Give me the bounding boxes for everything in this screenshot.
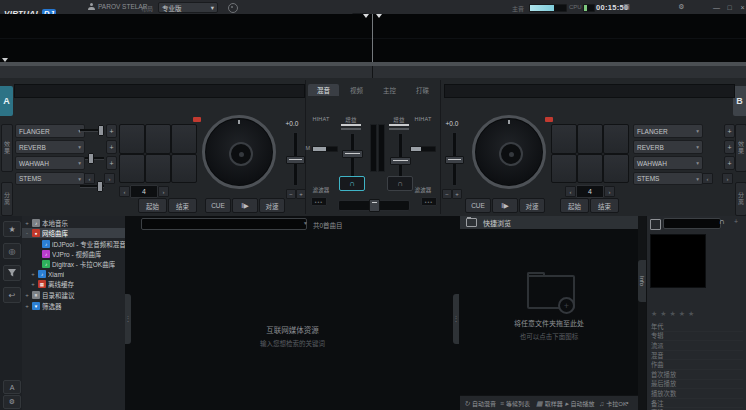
loop-out-button[interactable]: 结束 <box>168 198 197 213</box>
play-pause-button[interactable]: ‖▶ <box>492 198 518 213</box>
deck-a-stems-side-tab[interactable]: 分离 <box>1 182 13 216</box>
fx-add-button[interactable]: + <box>724 140 735 154</box>
tree-item-vjpro[interactable]: ♪ VJPro - 视频曲库 <box>22 249 125 259</box>
pitch-bend-plus-button[interactable]: + <box>452 189 462 199</box>
master-volume-meter[interactable] <box>529 4 567 12</box>
performance-pad[interactable] <box>577 124 603 154</box>
star-rating[interactable]: ★★★★★ <box>651 310 697 318</box>
more-options-icon[interactable]: • <box>626 399 630 406</box>
add-icon[interactable]: + <box>734 218 738 225</box>
mixer-tab-master[interactable]: 主控 <box>374 84 405 96</box>
fx-select[interactable]: REVERB▾ <box>15 140 85 154</box>
channel-2-fader-handle[interactable] <box>390 157 411 165</box>
sidelist-button[interactable]: ≡等候列表 <box>500 399 530 408</box>
fx-drywet-slider[interactable] <box>80 124 104 136</box>
deck-b-stems-side-tab[interactable]: 分离 <box>735 182 746 216</box>
performance-pad[interactable] <box>171 124 197 154</box>
fx-add-button[interactable]: + <box>106 124 117 138</box>
favorites-star-icon[interactable]: ★ <box>3 221 21 237</box>
sync-button[interactable]: 对速 <box>519 198 545 213</box>
deck-a-jog-wheel[interactable] <box>202 115 276 189</box>
performance-pad[interactable] <box>145 124 171 154</box>
automix-button[interactable]: ↻自动混音 <box>464 399 496 408</box>
rhythm-waveform-display[interactable] <box>0 14 746 62</box>
deck-b-pitch-handle[interactable] <box>445 156 464 164</box>
gear-icon[interactable]: ⚙ <box>676 2 687 12</box>
deck-a-pitch-handle[interactable] <box>286 156 305 164</box>
tree-expander[interactable]: + <box>24 220 30 226</box>
stems-prev-button[interactable]: ‹ <box>702 173 713 184</box>
fx-add-button[interactable]: + <box>724 156 735 170</box>
stems-select[interactable]: STEMS▾ <box>15 172 85 185</box>
tree-item-xiami[interactable]: + ♪ Xiami <box>22 269 125 279</box>
loop-out-button[interactable]: 结束 <box>590 198 619 213</box>
user-account-button[interactable]: PAROV STELAR <box>88 3 147 10</box>
loop-half-button[interactable]: ‹ <box>119 186 130 197</box>
window-minimize-button[interactable]: — <box>711 2 722 12</box>
info-search-input[interactable] <box>663 218 721 229</box>
tree-expander[interactable]: + <box>30 271 36 277</box>
status-circle-icon[interactable] <box>228 3 238 13</box>
fx-select[interactable]: FLANGER▾ <box>633 124 703 138</box>
loop-double-button[interactable]: › <box>604 186 615 197</box>
tree-expander[interactable]: + <box>24 292 30 298</box>
tree-item-catalog[interactable]: + ≡ 目录和建议 <box>22 290 125 300</box>
mixer-tab-video[interactable]: 视频 <box>341 84 372 96</box>
performance-pad[interactable] <box>603 154 629 183</box>
fx-add-button[interactable]: + <box>106 156 117 170</box>
stems-prev-button[interactable]: ‹ <box>84 173 95 184</box>
tree-expander[interactable]: + <box>30 281 36 287</box>
filter-funnel-icon[interactable] <box>3 265 21 281</box>
performance-pad[interactable] <box>145 154 171 183</box>
performance-pad[interactable] <box>577 154 603 183</box>
tree-expander[interactable]: + <box>24 303 30 309</box>
pitch-bend-minus-button[interactable]: − <box>286 189 296 199</box>
cue-button[interactable]: CUE <box>205 198 231 213</box>
shortcut-drop-area[interactable]: + 将任意文件夹拖至此处 也可以点击下面图标 <box>460 229 638 395</box>
window-maximize-button[interactable]: □ <box>724 2 735 12</box>
fx-select[interactable]: WAHWAH▾ <box>15 156 85 170</box>
tree-item-idjpool[interactable]: ♪ iDJPool - 专业音频和混音 <box>22 239 125 249</box>
performance-pad[interactable] <box>171 154 197 183</box>
stems-select[interactable]: STEMS▾ <box>633 172 703 185</box>
loop-double-button[interactable]: › <box>158 186 169 197</box>
crossfader-handle[interactable] <box>369 199 380 212</box>
channel-2-volume-fader[interactable] <box>398 133 403 177</box>
panel-splitter-handle[interactable]: ⋮ <box>453 294 459 344</box>
performance-pad[interactable] <box>603 124 629 154</box>
mixer-tab-scratch[interactable]: 打碟 <box>407 84 438 96</box>
sync-button[interactable]: 对速 <box>259 198 285 213</box>
loop-length-display[interactable]: 4 <box>130 185 158 198</box>
panel-splitter-handle[interactable]: ⋮ <box>125 294 131 344</box>
tree-item-online-library[interactable]: - ● 网络曲库 <box>22 228 125 238</box>
search-input[interactable] <box>141 218 307 230</box>
loop-in-button[interactable]: 起始 <box>560 198 589 213</box>
window-close-button[interactable]: × <box>737 2 746 12</box>
tree-item-local-music[interactable]: + ♪ 本地音乐 <box>22 218 125 228</box>
fx-add-button[interactable]: + <box>106 140 117 154</box>
deck-b-fx-side-tab[interactable]: 效果 <box>735 124 746 172</box>
autoplay-button[interactable]: ▸自动播放 <box>565 399 595 408</box>
deck-b-jog-wheel[interactable] <box>472 115 546 189</box>
tree-item-offline-cache[interactable]: + ▦ 离线缓存 <box>22 279 125 289</box>
tree-expander[interactable]: - <box>24 230 30 236</box>
loop-half-button[interactable]: ‹ <box>565 186 576 197</box>
stems-next-button[interactable]: › <box>722 173 733 184</box>
fx-add-button[interactable]: + <box>724 124 735 138</box>
layout-select[interactable]: 专业版 ▾ <box>158 2 218 13</box>
karaoke-button[interactable]: ♫卡拉OK <box>599 399 627 408</box>
headphone-icon[interactable]: ∩ <box>719 217 725 226</box>
fx-select[interactable]: WAHWAH▾ <box>633 156 703 170</box>
performance-pad[interactable] <box>119 154 145 183</box>
pitch-bend-minus-button[interactable]: − <box>442 189 452 199</box>
stems-next-button[interactable]: › <box>104 173 115 184</box>
deck-a-badge[interactable]: A <box>0 86 13 116</box>
performance-pad[interactable] <box>551 154 577 183</box>
loop-length-display[interactable]: 4 <box>576 185 604 198</box>
channel-1-headphone-button[interactable]: ∩ <box>339 176 365 191</box>
deck-a-fx-side-tab[interactable]: 效果 <box>1 124 13 172</box>
search-options-chevron-icon[interactable]: ▾ <box>304 220 307 226</box>
loop-in-button[interactable]: 起始 <box>138 198 167 213</box>
info-side-tab[interactable]: Info <box>638 260 646 302</box>
channel-1-fader-handle[interactable] <box>342 150 363 158</box>
